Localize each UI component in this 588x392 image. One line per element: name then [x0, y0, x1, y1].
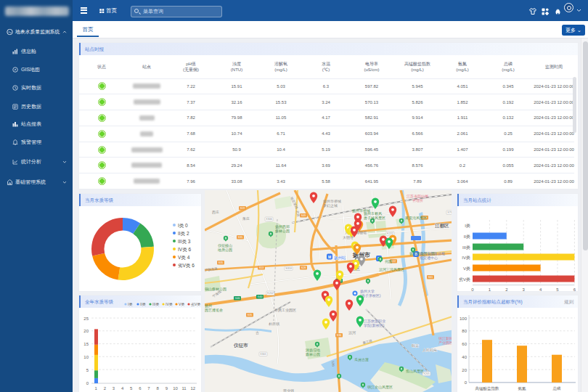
- svg-text:0: 0: [465, 380, 467, 385]
- svg-text:高锰酸盐指数: 高锰酸盐指数: [475, 386, 500, 391]
- svg-text:0: 0: [86, 381, 89, 385]
- svg-text:25: 25: [83, 317, 89, 321]
- svg-text:劣V类: 劣V类: [459, 277, 470, 282]
- svg-text:瓜洲古渡: 瓜洲古渡: [354, 357, 369, 362]
- svg-text:S353: S353: [285, 267, 291, 270]
- svg-text:V类 4: V类 4: [178, 255, 190, 260]
- svg-text:7: 7: [147, 386, 150, 391]
- svg-text:森林公园: 森林公园: [275, 229, 290, 234]
- svg-text:5: 5: [556, 287, 559, 291]
- svg-text:1: 1: [94, 386, 97, 391]
- svg-text:X736: X736: [447, 211, 452, 214]
- svg-text:4: 4: [121, 386, 124, 391]
- svg-text:6: 6: [573, 287, 576, 291]
- svg-text:V类: V类: [179, 302, 184, 306]
- svg-text:江都区: 江都区: [435, 223, 449, 229]
- svg-text:纽交通中心: 纽交通中心: [420, 256, 438, 260]
- svg-text:X301: X301: [260, 353, 266, 356]
- svg-text:产业园区: 产业园区: [438, 340, 452, 346]
- svg-text:S35: S35: [248, 314, 252, 317]
- svg-text:扬州华侨城: 扬州华侨城: [352, 208, 370, 213]
- svg-text:运河三湾风景区: 运河三湾风景区: [379, 267, 404, 272]
- svg-text:S35: S35: [238, 236, 242, 239]
- svg-text:III类: III类: [462, 245, 470, 250]
- svg-text:学院(新校区): 学院(新校区): [364, 323, 385, 328]
- svg-text:V类: V类: [463, 266, 470, 271]
- svg-text:G40: G40: [235, 297, 240, 300]
- svg-text:何园: 何园: [385, 259, 392, 264]
- svg-text:劣V类 6: 劣V类 6: [178, 263, 195, 269]
- svg-text:S28: S28: [301, 266, 306, 269]
- svg-text:8: 8: [157, 386, 160, 391]
- svg-text:5: 5: [130, 386, 133, 391]
- svg-text:森林公园: 森林公园: [306, 352, 320, 357]
- svg-text:颐安: 颐安: [412, 343, 419, 348]
- svg-text:梦幻之城: 梦幻之城: [323, 203, 338, 208]
- svg-text:S35: S35: [219, 261, 223, 264]
- svg-text:X205: X205: [423, 372, 429, 375]
- svg-text:朱庄: 朱庄: [242, 216, 250, 221]
- svg-text:4: 4: [539, 287, 542, 291]
- svg-text:总磷: 总磷: [552, 386, 562, 391]
- svg-text:沪陕高速: 沪陕高速: [205, 266, 218, 272]
- svg-text:3: 3: [523, 287, 526, 291]
- svg-text:劣V类: 劣V类: [191, 302, 200, 307]
- svg-text:X306: X306: [266, 218, 271, 221]
- svg-text:S53: S53: [259, 266, 264, 269]
- svg-text:S19: S19: [240, 207, 245, 210]
- svg-text:2: 2: [505, 287, 508, 291]
- svg-text:焦山风景区: 焦山风景区: [406, 369, 424, 373]
- svg-text:S49: S49: [301, 214, 306, 217]
- svg-text:茱萸湾风景区: 茱萸湾风景区: [405, 216, 427, 221]
- svg-text:唐子城风景区: 唐子城风景区: [364, 216, 385, 221]
- svg-text:2: 2: [104, 386, 107, 391]
- svg-text:镇江金山风景区: 镇江金山风景区: [367, 385, 393, 390]
- svg-text:10: 10: [83, 355, 89, 359]
- svg-text:S61: S61: [428, 276, 433, 279]
- svg-text:铜山森林公园: 铜山森林公园: [205, 287, 226, 292]
- svg-text:11: 11: [181, 386, 187, 391]
- svg-text:管理所: 管理所: [412, 198, 423, 203]
- svg-text:80: 80: [462, 329, 467, 333]
- svg-text:地质公园: 地质公园: [217, 248, 232, 253]
- svg-text:G40: G40: [258, 295, 263, 298]
- svg-text:I类 0: I类 0: [178, 223, 188, 228]
- svg-text:9: 9: [166, 386, 168, 391]
- svg-text:S36: S36: [331, 361, 335, 367]
- svg-text:仪征市: 仪征市: [233, 343, 248, 348]
- svg-text:3: 3: [113, 386, 115, 391]
- svg-text:IV类 6: IV类 6: [178, 247, 191, 252]
- svg-text:40: 40: [462, 355, 467, 359]
- svg-text:5: 5: [86, 368, 89, 372]
- svg-text:人民码头: 人民码头: [422, 348, 437, 353]
- svg-text:K202: K202: [267, 292, 273, 295]
- svg-text:IV类: IV类: [462, 256, 470, 260]
- svg-text:II类 2: II类 2: [178, 231, 189, 236]
- svg-text:园艺博览会: 园艺博览会: [205, 308, 223, 313]
- svg-text:IV类: IV类: [166, 302, 173, 306]
- svg-text:15: 15: [83, 342, 89, 346]
- svg-text:华腾工业园区: 华腾工业园区: [274, 308, 296, 313]
- svg-text:60: 60: [462, 342, 467, 346]
- svg-text:II类: II类: [464, 234, 470, 239]
- svg-text:I类: I类: [128, 302, 132, 306]
- svg-text:6: 6: [139, 386, 142, 391]
- svg-text:1: 1: [489, 287, 491, 291]
- svg-text:III类 3: III类 3: [178, 239, 191, 244]
- svg-text:氨氮: 氨氮: [518, 386, 527, 391]
- svg-text:20: 20: [83, 329, 89, 333]
- svg-text:朴席镇: 朴席镇: [268, 322, 279, 326]
- svg-text:M: M: [328, 255, 331, 259]
- svg-text:20: 20: [462, 368, 467, 372]
- svg-text:西庄: 西庄: [212, 210, 219, 215]
- svg-text:12: 12: [190, 386, 195, 391]
- svg-text:S36: S36: [337, 334, 341, 337]
- svg-text:0: 0: [471, 287, 474, 291]
- svg-text:营业镇: 营业镇: [283, 388, 294, 392]
- svg-text:III类: III类: [152, 302, 159, 306]
- svg-text:扬州站: 扬州站: [334, 256, 346, 261]
- svg-text:10: 10: [173, 386, 178, 391]
- svg-text:I类: I类: [465, 224, 470, 228]
- svg-text:II类: II类: [140, 302, 146, 306]
- svg-text:100: 100: [460, 317, 467, 321]
